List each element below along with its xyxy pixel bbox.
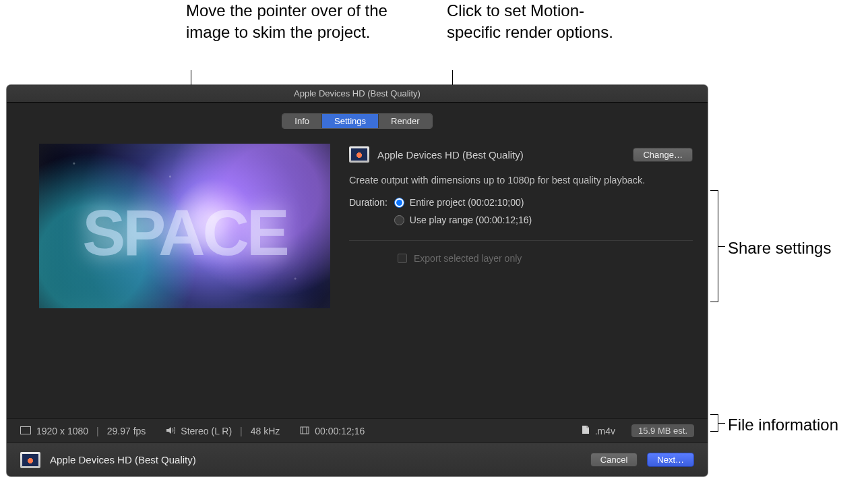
preview-thumbnail[interactable]: SPACE — [39, 144, 330, 308]
radio-play-range[interactable]: Use play range (00:00:12;16) — [394, 215, 532, 225]
export-layer-label: Export selected layer only — [414, 253, 522, 264]
resolution-icon — [20, 426, 31, 436]
file-icon — [582, 425, 590, 436]
status-samplerate: 48 kHz — [251, 426, 280, 436]
radio-entire-project[interactable]: Entire project (00:02:10;00) — [394, 197, 532, 208]
radio-playrange-label: Use play range (00:00:12;16) — [410, 215, 532, 225]
preview-text: SPACE — [82, 196, 287, 270]
status-size-estimate: 15.9 MB est. — [631, 424, 694, 437]
status-extension: .m4v — [595, 426, 615, 436]
callout-render: Click to set Motion-specific render opti… — [447, 0, 622, 44]
radio-dot-icon — [394, 198, 404, 208]
svg-rect-1 — [301, 427, 309, 434]
change-button[interactable]: Change… — [633, 148, 693, 162]
callout-file-info: File information — [728, 414, 838, 436]
export-layer-row: Export selected layer only — [349, 241, 693, 264]
preset-icon — [349, 146, 369, 163]
window-title: Apple Devices HD (Best Quality) — [294, 88, 421, 98]
tab-info[interactable]: Info — [282, 114, 322, 128]
duration-icon — [300, 426, 309, 436]
status-duration: 00:00:12;16 — [315, 426, 365, 436]
cancel-button[interactable]: Cancel — [590, 453, 638, 467]
footer-bar: Apple Devices HD (Best Quality) Cancel N… — [7, 443, 708, 476]
footer-preset-icon — [20, 452, 40, 468]
tab-render[interactable]: Render — [379, 114, 432, 128]
tab-settings[interactable]: Settings — [322, 114, 379, 128]
status-bar: 1920 x 1080 | 29.97 fps Stereo (L R) | 4… — [7, 418, 708, 443]
duration-row: Duration: Entire project (00:02:10;00) U… — [349, 197, 693, 229]
footer-title: Apple Devices HD (Best Quality) — [50, 454, 581, 465]
segmented-control: Info Settings Render — [282, 113, 432, 129]
callout-share-settings: Share settings — [728, 237, 831, 259]
radio-dot-icon — [394, 215, 404, 225]
share-dialog-window: Apple Devices HD (Best Quality) Info Set… — [7, 85, 708, 476]
duration-radio-group: Entire project (00:02:10;00) Use play ra… — [394, 197, 532, 225]
svg-rect-0 — [21, 426, 31, 434]
preset-row: Apple Devices HD (Best Quality) Change… — [349, 144, 693, 173]
preset-description: Create output with dimensions up to 1080… — [349, 173, 693, 197]
status-audio: Stereo (L R) — [181, 426, 232, 436]
settings-column: Apple Devices HD (Best Quality) Change… … — [349, 144, 693, 418]
callout-skim: Move the pointer over of the image to sk… — [186, 0, 388, 44]
preset-title: Apple Devices HD (Best Quality) — [377, 149, 625, 161]
export-layer-checkbox[interactable] — [398, 254, 407, 263]
duration-label: Duration: — [349, 197, 388, 208]
radio-entire-label: Entire project (00:02:10;00) — [410, 197, 524, 208]
tabstrip: Info Settings Render — [7, 103, 708, 137]
dialog-body: SPACE Apple Devices HD (Best Quality) Ch… — [7, 137, 708, 418]
status-fps: 29.97 fps — [107, 426, 146, 436]
next-button[interactable]: Next… — [647, 453, 694, 467]
window-titlebar: Apple Devices HD (Best Quality) — [7, 85, 708, 103]
status-resolution: 1920 x 1080 — [36, 426, 88, 436]
speaker-icon — [166, 426, 175, 436]
